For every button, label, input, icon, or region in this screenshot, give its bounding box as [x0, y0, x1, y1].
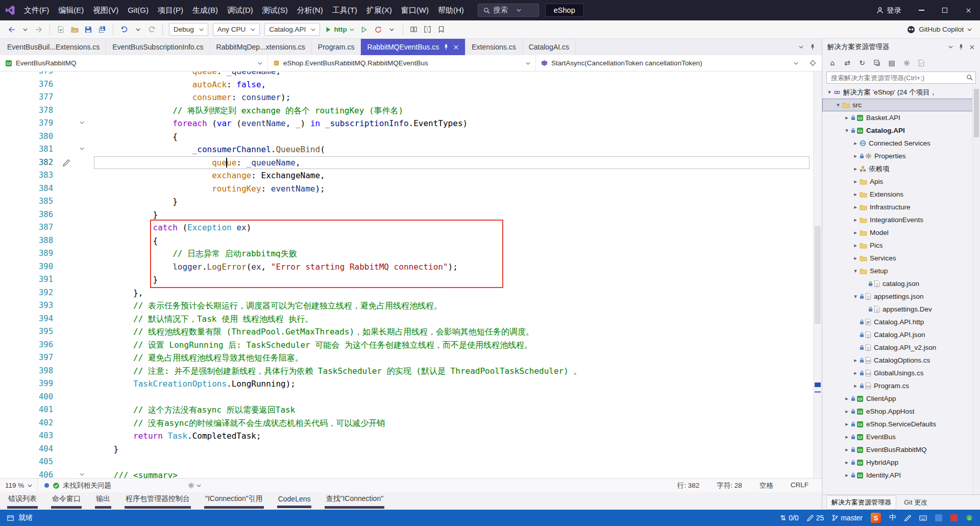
menu-item[interactable]: Git(G)	[123, 0, 153, 20]
menu-item[interactable]: 文件(F)	[19, 0, 54, 20]
expander-icon[interactable]: ▸	[851, 229, 860, 236]
refresh-icon[interactable]: ↻	[856, 57, 868, 68]
navigate-back-chevron-icon[interactable]	[19, 23, 31, 36]
save-all-button[interactable]	[96, 23, 108, 36]
show-all-files-icon[interactable]: ▤	[886, 57, 898, 68]
expander-icon[interactable]: ▸	[843, 472, 851, 479]
save-button[interactable]	[82, 23, 94, 36]
panel-tab[interactable]: "IConnection"引用	[204, 493, 264, 509]
expander-icon[interactable]: ▾	[843, 127, 851, 134]
tree-item[interactable]: ▸C#Program.cs	[822, 379, 980, 392]
tree-item[interactable]: ▸Connected Services	[822, 137, 980, 150]
preview-icon[interactable]	[915, 57, 927, 68]
tree-item[interactable]: ▸C#EventBusRabbitMQ	[822, 443, 980, 456]
menu-item[interactable]: 生成(B)	[188, 0, 223, 20]
explorer-footer-tab[interactable]: Git 更改	[899, 496, 932, 509]
undo-chevron-icon[interactable]	[132, 23, 144, 36]
line-ending-indicator[interactable]: CRLF	[791, 481, 808, 490]
close-button[interactable]	[957, 0, 980, 20]
menu-item[interactable]: 项目(P)	[153, 0, 188, 20]
sogou-input-icon[interactable]: S	[871, 513, 881, 523]
menu-item[interactable]: 窗口(W)	[397, 0, 433, 20]
maximize-button[interactable]	[933, 0, 957, 20]
panel-tab[interactable]: CodeLens	[277, 494, 312, 509]
menu-item[interactable]: 帮助(H)	[433, 0, 469, 20]
editor-scrollbar[interactable]	[813, 71, 822, 478]
minimize-button[interactable]	[910, 0, 933, 20]
columns-icon[interactable]	[408, 23, 420, 36]
zoom-selector[interactable]: 119 %	[0, 479, 38, 492]
whitespace-indicator[interactable]: 空格	[760, 481, 773, 490]
tree-item[interactable]: ▸C#EventBus	[822, 431, 980, 443]
open-file-button[interactable]	[68, 23, 81, 36]
tree-item[interactable]: ▸C#Basket.API	[822, 111, 980, 124]
document-tab[interactable]: Program.cs	[312, 39, 361, 55]
expander-icon[interactable]: ▸	[851, 191, 860, 198]
global-search-box[interactable]: 搜索	[478, 4, 539, 17]
feedback-smiley-icon[interactable]	[966, 514, 973, 521]
panel-tab[interactable]: 命令窗口	[51, 493, 82, 509]
tree-item[interactable]: ▸C#eShop.AppHost	[822, 405, 980, 418]
expander-icon[interactable]: ▸	[843, 395, 851, 402]
tree-item[interactable]: ▾C#Catalog.API	[822, 124, 980, 137]
panel-tab[interactable]: 查找"IConnection"	[325, 493, 384, 509]
tray-grid-icon[interactable]	[935, 514, 942, 521]
document-tab[interactable]: EventBusSubscriptionInfo.cs	[106, 39, 210, 55]
expander-icon[interactable]: ▸	[851, 140, 860, 147]
menu-item[interactable]: 扩展(X)	[362, 0, 397, 20]
close-icon[interactable]	[969, 44, 975, 50]
line-indicator[interactable]: 行: 382	[677, 481, 700, 490]
tree-item[interactable]: ▸C#ClientApp	[822, 392, 980, 405]
code-column[interactable]: queue: _queueName, autoAck: false, consu…	[94, 71, 822, 478]
expander-icon[interactable]: ▸	[851, 242, 860, 249]
tree-scrollbar[interactable]	[972, 86, 980, 494]
solution-configuration-dropdown[interactable]: Debug	[169, 23, 208, 36]
document-tab[interactable]: RabbitMqDep...xtensions.cs	[210, 39, 312, 55]
structure-visualizer-icon[interactable]	[803, 55, 822, 71]
panel-tab[interactable]: 程序包管理器控制台	[125, 493, 191, 509]
sign-in-button[interactable]: 登录	[887, 6, 901, 15]
scrollbar-thumb[interactable]	[815, 226, 821, 323]
expander-icon[interactable]: ▸	[851, 382, 860, 389]
hot-reload-button[interactable]	[372, 23, 384, 36]
handwriting-icon[interactable]	[904, 515, 911, 521]
menu-item[interactable]: 工具(T)	[328, 0, 362, 20]
tree-item[interactable]: ▸Infrastructure	[822, 201, 980, 213]
menu-item[interactable]: 测试(S)	[258, 0, 292, 20]
tree-item[interactable]: ▸Properties	[822, 150, 980, 162]
explorer-footer-tab[interactable]: 解决方案资源管理器	[826, 495, 896, 510]
expander-icon[interactable]: ▸	[843, 408, 851, 415]
expander-icon[interactable]: ▾	[851, 268, 860, 274]
tree-item[interactable]: ▸Services	[822, 252, 980, 265]
menu-item[interactable]: 视图(V)	[88, 0, 123, 20]
tree-item[interactable]: ▾Setup	[822, 265, 980, 277]
panel-tab[interactable]: 输出	[95, 493, 111, 509]
home-icon[interactable]: ⌂	[826, 57, 839, 68]
expander-icon[interactable]: ▾	[851, 293, 860, 300]
menu-item[interactable]: 调试(D)	[223, 0, 258, 20]
expander-icon[interactable]: ▸	[851, 204, 860, 210]
tree-item[interactable]: ▸C#HybridApp	[822, 456, 980, 469]
tree-item[interactable]: {}catalog.json	[822, 277, 980, 290]
tree-item[interactable]: ▸C#Identity.API	[822, 469, 980, 482]
expander-icon[interactable]: ▸	[851, 357, 860, 364]
window-position-icon[interactable]	[948, 45, 953, 49]
pin-icon[interactable]	[958, 44, 964, 50]
tree-scrollbar-thumb[interactable]	[974, 89, 979, 137]
code-editor[interactable]: 3753763773783793803813823833843853863873…	[0, 71, 822, 478]
expander-icon[interactable]: ▸	[843, 446, 851, 453]
expander-icon[interactable]: ▸	[843, 421, 851, 427]
type-dropdown[interactable]: C eShop.EventBusRabbitMQ.RabbitMQEventBu…	[268, 55, 536, 71]
solution-platform-dropdown[interactable]: Any CPU	[213, 23, 260, 36]
expander-icon[interactable]: ▸	[843, 114, 851, 121]
tree-item[interactable]: ▸依赖项	[822, 162, 980, 175]
collapse-all-icon[interactable]	[871, 57, 883, 68]
start-debugging-button[interactable]: http	[323, 26, 356, 33]
project-dropdown[interactable]: C# EventBusRabbitMQ	[0, 55, 268, 71]
document-health-indicator[interactable]: 未找到相关问题	[44, 481, 111, 490]
expander-icon[interactable]: ▸	[851, 370, 860, 376]
switch-views-icon[interactable]: ⇄	[841, 57, 853, 68]
bookmark-icon[interactable]	[435, 23, 448, 36]
tree-item[interactable]: {}appsettings.Dev	[822, 303, 980, 316]
compare-files-icon[interactable]	[422, 23, 434, 36]
